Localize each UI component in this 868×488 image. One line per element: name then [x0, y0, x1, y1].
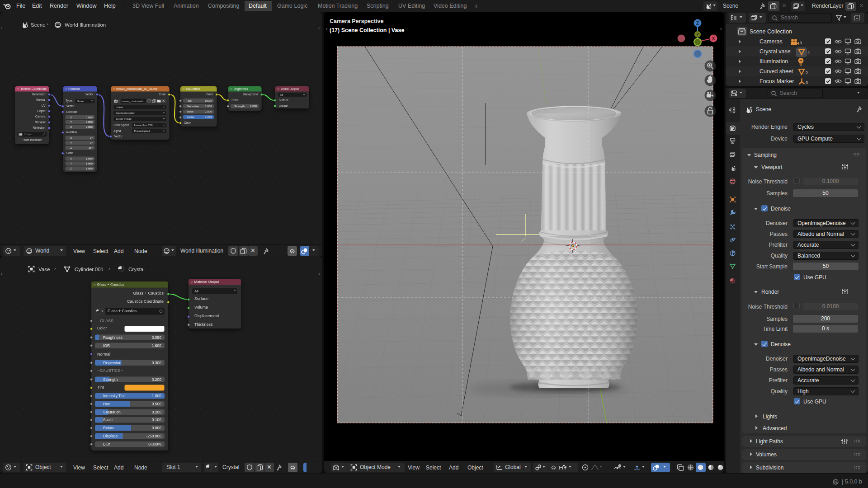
svg-text:‹: ‹	[720, 26, 722, 31]
svg-text:Z: Z	[696, 21, 699, 26]
svg-text:›: ›	[326, 26, 328, 31]
svg-text:X: X	[712, 36, 715, 41]
svg-text:Y: Y	[696, 32, 699, 37]
